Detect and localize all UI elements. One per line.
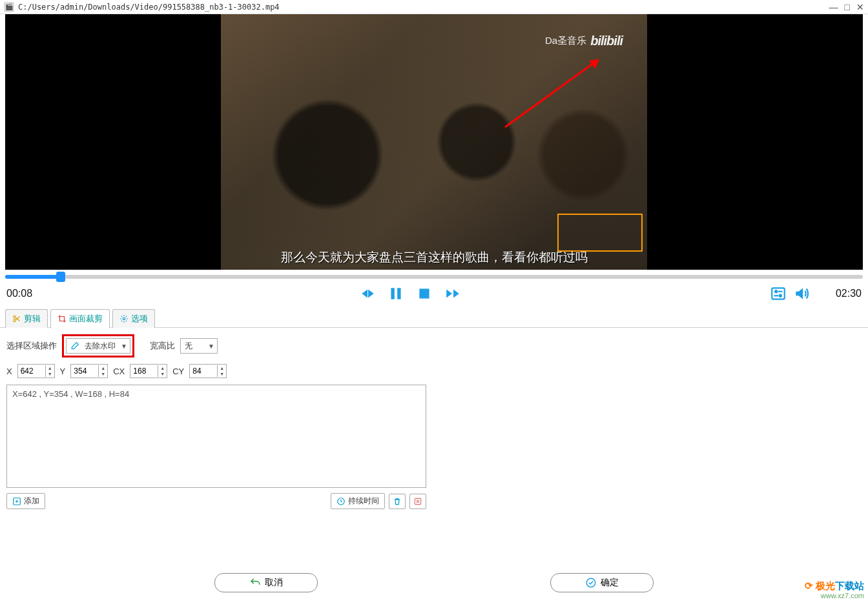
tab-edit-label: 剪辑 — [24, 313, 41, 325]
spinner-down-icon[interactable]: ▼ — [158, 371, 167, 377]
maximize-button[interactable]: □ — [845, 3, 850, 12]
cy-input[interactable]: ▲▼ — [189, 364, 227, 378]
region-op-label: 选择区域操作 — [6, 340, 57, 352]
progress-bar[interactable] — [5, 272, 863, 281]
cx-label: CX — [113, 367, 125, 376]
clear-icon — [413, 497, 422, 506]
volume-icon[interactable] — [793, 285, 810, 302]
minimize-button[interactable]: — — [829, 3, 838, 12]
video-frame: Da圣音乐 bilibili 那么今天就为大家盘点三首这样的歌曲，看看你都听过吗 — [221, 14, 647, 270]
trash-icon — [393, 497, 402, 506]
gear-icon — [119, 314, 129, 323]
progress-track — [5, 275, 863, 279]
window-controls: — □ ✕ — [829, 3, 864, 12]
cy-label: CY — [172, 367, 184, 376]
playback-controls-row: 00:08 02:30 — [0, 281, 868, 307]
annotation-arrow-icon — [499, 53, 608, 130]
x-label: X — [6, 367, 12, 376]
svg-point-6 — [775, 290, 777, 292]
aspect-select[interactable]: 无 ▼ — [180, 338, 218, 354]
region-op-select[interactable]: 去除水印 ▼ — [66, 338, 130, 354]
tab-crop[interactable]: 画面裁剪 — [50, 309, 110, 328]
delete-button[interactable] — [389, 494, 406, 509]
y-field[interactable] — [71, 365, 98, 378]
svg-rect-4 — [419, 288, 429, 298]
spinner-down-icon[interactable]: ▼ — [46, 371, 54, 377]
svg-point-18 — [586, 578, 595, 587]
watermark-text: Da圣音乐 — [545, 35, 586, 47]
aspect-value: 无 — [185, 341, 192, 352]
site-name-b: 下载站 — [835, 580, 864, 591]
chevron-down-icon: ▼ — [121, 343, 127, 350]
region-list-item[interactable]: X=642 , Y=354 , W=168 , H=84 — [12, 389, 420, 399]
svg-point-10 — [14, 316, 16, 318]
cancel-button[interactable]: 取消 — [214, 573, 318, 592]
x-field[interactable] — [18, 365, 45, 378]
watermark-logo: bilibili — [590, 34, 623, 48]
scissors-icon — [12, 314, 21, 323]
crop-icon — [57, 314, 67, 323]
highlight-annotation: 去除水印 ▼ — [62, 334, 134, 357]
spinner-up-icon[interactable]: ▲ — [99, 365, 107, 371]
aspect-label: 宽高比 — [150, 340, 175, 352]
add-button[interactable]: 添加 — [6, 493, 45, 509]
pause-icon[interactable] — [388, 285, 404, 302]
svg-point-8 — [780, 295, 781, 297]
add-icon — [12, 497, 21, 506]
skip-forward-icon[interactable] — [444, 285, 461, 302]
progress-thumb[interactable] — [56, 272, 65, 282]
check-icon — [585, 577, 597, 589]
crop-panel: 选择区域操作 去除水印 ▼ 宽高比 无 ▼ X ▲▼ Y ▲▼ CX ▲▼ — [0, 328, 868, 516]
titlebar: 🎬 C:/Users/admin/Downloads/Video/9915583… — [0, 0, 868, 14]
tab-crop-label: 画面裁剪 — [69, 313, 103, 325]
svg-point-14 — [123, 317, 125, 320]
settings-icon[interactable] — [770, 285, 787, 302]
crop-selection-box[interactable] — [557, 214, 643, 252]
spinner-down-icon[interactable]: ▼ — [99, 371, 107, 377]
current-time: 00:08 — [6, 288, 58, 299]
video-watermark: Da圣音乐 bilibili — [545, 34, 623, 48]
video-preview[interactable]: Da圣音乐 bilibili 那么今天就为大家盘点三首这样的歌曲，看看你都听过吗 — [5, 14, 863, 270]
x-input[interactable]: ▲▼ — [17, 364, 55, 378]
total-time: 02:30 — [810, 288, 862, 299]
stop-icon[interactable] — [416, 285, 433, 302]
y-input[interactable]: ▲▼ — [70, 364, 108, 378]
region-list[interactable]: X=642 , Y=354 , W=168 , H=84 — [6, 385, 426, 488]
app-icon: 🎬 — [4, 2, 14, 12]
undo-icon — [249, 577, 261, 589]
svg-rect-2 — [391, 288, 394, 299]
tabs-bar: 剪辑 画面裁剪 选项 — [0, 307, 868, 328]
close-button[interactable]: ✕ — [856, 3, 864, 12]
window-title: C:/Users/admin/Downloads/Video/991558388… — [18, 3, 829, 12]
add-label: 添加 — [24, 496, 39, 507]
clear-button[interactable] — [409, 494, 426, 509]
tab-options-label: 选项 — [131, 313, 148, 325]
region-op-value: 去除水印 — [85, 341, 116, 352]
svg-rect-3 — [397, 288, 400, 299]
spinner-up-icon[interactable]: ▲ — [46, 365, 54, 371]
video-subtitle: 那么今天就为大家盘点三首这样的歌曲，看看你都听过吗 — [221, 249, 647, 266]
ok-label: 确定 — [601, 577, 619, 589]
cy-field[interactable] — [190, 365, 217, 378]
list-actions: 添加 持续时间 — [6, 493, 426, 509]
play-controls — [359, 285, 461, 302]
duration-button[interactable]: 持续时间 — [331, 493, 385, 509]
clock-icon — [336, 497, 346, 506]
svg-rect-5 — [772, 288, 785, 299]
footer-buttons: 取消 确定 — [0, 573, 868, 592]
spinner-up-icon[interactable]: ▲ — [158, 365, 167, 371]
y-label: Y — [60, 367, 66, 376]
cancel-label: 取消 — [265, 577, 283, 589]
duration-label: 持续时间 — [348, 496, 379, 507]
cx-field[interactable] — [130, 365, 158, 378]
cx-input[interactable]: ▲▼ — [130, 364, 167, 378]
tab-options[interactable]: 选项 — [112, 309, 155, 328]
skip-back-icon[interactable] — [359, 285, 376, 302]
chevron-down-icon: ▼ — [208, 343, 214, 350]
tab-edit[interactable]: 剪辑 — [5, 309, 48, 328]
site-url: www.xz7.com — [805, 592, 864, 600]
spinner-up-icon[interactable]: ▲ — [218, 365, 226, 371]
spinner-down-icon[interactable]: ▼ — [218, 371, 226, 377]
ok-button[interactable]: 确定 — [550, 573, 654, 592]
svg-line-0 — [505, 59, 599, 127]
